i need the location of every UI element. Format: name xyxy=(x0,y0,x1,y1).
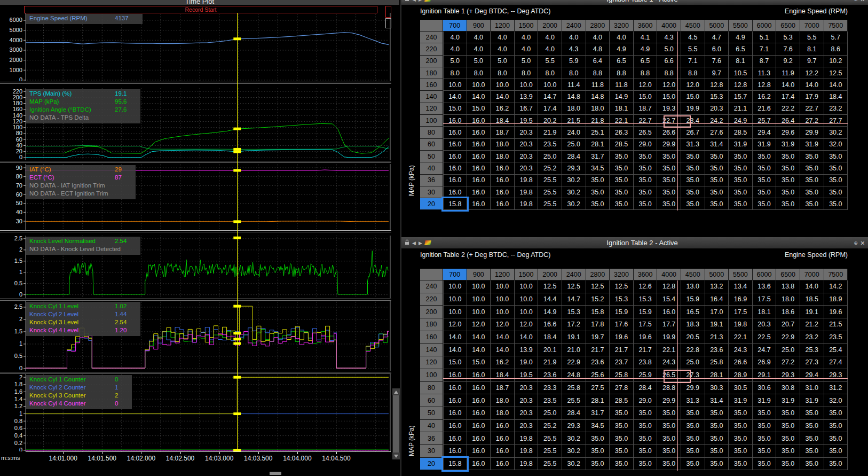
table-cell[interactable]: 16.0 xyxy=(467,445,491,458)
table-cell[interactable]: 23.5 xyxy=(538,394,562,407)
table-cell[interactable]: 8.1 xyxy=(729,56,753,67)
table-cell[interactable]: 30.2 xyxy=(562,175,586,186)
table-cell[interactable]: 30.6 xyxy=(753,382,777,395)
table-cell[interactable]: 12.5 xyxy=(610,280,634,293)
table-cell[interactable]: 15.9 xyxy=(610,306,634,318)
table-cell[interactable]: 18.7 xyxy=(491,127,515,138)
window-titlebar[interactable]: ◀ ▶ Ignition Table 2 - Active ⊕ × xyxy=(401,237,868,248)
table-cell[interactable]: 15.3 xyxy=(610,293,634,306)
table-cell[interactable]: 25.1 xyxy=(586,127,610,138)
table-cell[interactable]: 18.7 xyxy=(634,103,658,115)
table-cell[interactable]: 11.3 xyxy=(753,67,777,79)
row-header-240[interactable]: 240 xyxy=(420,280,443,293)
col-header-3200[interactable]: 3200 xyxy=(610,269,634,280)
table-cell[interactable]: 13.9 xyxy=(515,344,539,356)
table-cell[interactable]: 16.0 xyxy=(467,420,491,433)
table-cell[interactable]: 17.5 xyxy=(729,306,753,318)
table-cell[interactable]: 8.0 xyxy=(491,67,515,79)
table-cell[interactable]: 19.1 xyxy=(562,331,586,344)
surface-view-icon[interactable] xyxy=(424,240,431,245)
col-header-7500[interactable]: 7500 xyxy=(824,269,848,280)
table-cell[interactable]: 30.2 xyxy=(562,445,586,458)
table-cell[interactable]: 12.8 xyxy=(729,79,753,91)
table-cell[interactable]: 16.0 xyxy=(467,139,491,151)
table-cell[interactable]: 18.0 xyxy=(776,293,800,306)
table-cell[interactable]: 23.4 xyxy=(681,115,705,127)
table-cell[interactable]: 10.0 xyxy=(515,280,539,293)
table-cell[interactable]: 18.0 xyxy=(562,103,586,115)
table-cell[interactable]: 8.7 xyxy=(753,56,777,67)
table-cell[interactable]: 35.0 xyxy=(681,186,705,198)
row-header-120[interactable]: 120 xyxy=(420,103,443,115)
table-cell[interactable]: 32.0 xyxy=(824,139,848,151)
table-cell[interactable]: 31.3 xyxy=(681,139,705,151)
table-cell[interactable]: 15.9 xyxy=(634,306,658,318)
table-cell[interactable]: 35.0 xyxy=(776,162,800,174)
table-cell[interactable]: 35.0 xyxy=(800,186,824,198)
table-cell[interactable]: 26.6 xyxy=(657,127,681,138)
table-cell[interactable]: 22.5 xyxy=(753,331,777,344)
table-cell[interactable]: 35.0 xyxy=(753,186,777,198)
table-cell[interactable]: 24.3 xyxy=(729,344,753,356)
table-cell[interactable]: 10.0 xyxy=(443,293,467,306)
row-header-60[interactable]: 60 xyxy=(420,394,443,407)
table-cell[interactable]: 16.5 xyxy=(681,306,705,318)
col-header-2400[interactable]: 2400 xyxy=(562,269,586,280)
table-cell[interactable]: 16.0 xyxy=(443,432,467,445)
table-cell[interactable]: 17.8 xyxy=(586,318,610,331)
table-cell[interactable]: 15.3 xyxy=(634,293,658,306)
table-cell[interactable]: 35.0 xyxy=(681,162,705,174)
table-cell[interactable]: 23.6 xyxy=(705,344,729,356)
table-cell[interactable]: 21.9 xyxy=(538,127,562,138)
table-cell[interactable]: 21.1 xyxy=(729,103,753,115)
table-cell[interactable]: 30.2 xyxy=(562,432,586,445)
table-cell[interactable]: 31.9 xyxy=(753,139,777,151)
table-cell[interactable]: 4.0 xyxy=(538,32,562,43)
table-cell[interactable]: 35.0 xyxy=(705,198,729,210)
table-cell[interactable]: 25.3 xyxy=(800,344,824,356)
table-cell[interactable]: 19.5 xyxy=(515,369,539,382)
table-cell[interactable]: 19.8 xyxy=(515,198,539,210)
table-cell[interactable]: 12.5 xyxy=(824,67,848,79)
table-cell[interactable]: 35.0 xyxy=(824,445,848,458)
table-cell[interactable]: 35.0 xyxy=(705,407,729,420)
table-cell[interactable]: 24.3 xyxy=(657,356,681,369)
table-cell[interactable]: 4.5 xyxy=(681,32,705,43)
table-cell[interactable]: 14.0 xyxy=(443,344,467,356)
table-cell[interactable]: 10.0 xyxy=(491,293,515,306)
table-cell[interactable]: 28.1 xyxy=(705,369,729,382)
table-cell[interactable]: 35.0 xyxy=(705,420,729,433)
table-cell[interactable]: 27.8 xyxy=(610,382,634,395)
table-cell[interactable]: 16.0 xyxy=(443,382,467,395)
table-cell[interactable]: 27.3 xyxy=(681,369,705,382)
table-cell[interactable]: 20.3 xyxy=(515,420,539,433)
table-cell[interactable]: 27.3 xyxy=(800,356,824,369)
table-cell[interactable]: 19.6 xyxy=(634,331,658,344)
window-titlebar[interactable]: ◀ ▶ Ignition Table 1 - Active ⊕ × xyxy=(401,0,868,5)
table-cell[interactable]: 10.0 xyxy=(515,293,539,306)
table-cell[interactable]: 5.5 xyxy=(538,56,562,67)
row-header-40[interactable]: 40 xyxy=(420,420,443,433)
table-cell[interactable]: 35.0 xyxy=(824,151,848,162)
table-cell[interactable]: 14.0 xyxy=(467,344,491,356)
table-cell[interactable]: 13.0 xyxy=(681,280,705,293)
col-header-2000[interactable]: 2000 xyxy=(538,20,562,32)
row-header-50[interactable]: 50 xyxy=(420,151,443,162)
table-cell[interactable]: 5.9 xyxy=(562,56,586,67)
table-cell[interactable]: 30.8 xyxy=(776,382,800,395)
table-cell[interactable]: 29.9 xyxy=(657,139,681,151)
table-cell[interactable]: 20.3 xyxy=(515,394,539,407)
table-cell[interactable]: 35.0 xyxy=(610,458,634,471)
table-cell[interactable]: 19.9 xyxy=(681,103,705,115)
table-cell[interactable]: 19.8 xyxy=(515,432,539,445)
col-header-5000[interactable]: 5000 xyxy=(705,20,729,32)
col-header-5500[interactable]: 5500 xyxy=(729,269,753,280)
table-cell[interactable]: 35.0 xyxy=(753,458,777,471)
table-cell[interactable]: 15.4 xyxy=(657,293,681,306)
table-cell[interactable]: 7.6 xyxy=(705,56,729,67)
table-cell[interactable]: 35.0 xyxy=(729,420,753,433)
table-cell[interactable]: 5.1 xyxy=(753,32,777,43)
table-cell[interactable]: 35.0 xyxy=(681,175,705,186)
table-cell[interactable]: 13.8 xyxy=(776,280,800,293)
table-cell[interactable]: 14.0 xyxy=(824,79,848,91)
